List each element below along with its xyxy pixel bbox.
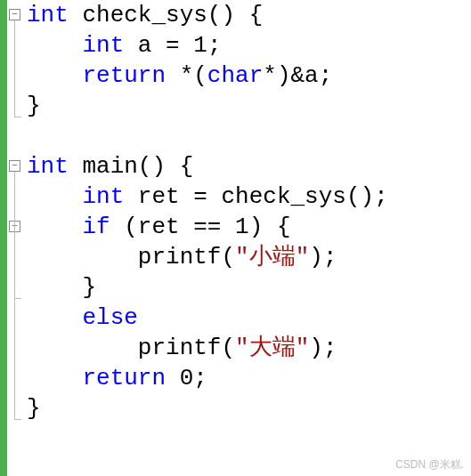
code-line[interactable]: return *(char*)&a; [27,61,471,91]
code-token: } [27,395,41,422]
code-token [27,244,138,270]
code-token [27,365,82,391]
code-token: ); [309,244,337,270]
code-token: char [207,62,263,89]
code-line[interactable]: int main() { [27,151,471,182]
code-token: } [27,274,96,301]
code-token [27,183,82,210]
code-line[interactable]: int check_sys() { [27,0,471,30]
code-line[interactable]: printf("小端"); [27,242,471,272]
code-token: check_sys [221,183,345,210]
code-line[interactable]: } [27,272,471,303]
code-token: "小端" [235,244,309,270]
code-token: main [82,153,137,180]
change-marker-gutter [0,0,7,476]
code-line[interactable]: } [27,91,471,121]
code-token: () { [138,153,193,180]
code-line[interactable]: } [27,393,471,424]
code-token: 1 [193,32,207,59]
code-line[interactable]: if (ret == 1) { [27,212,471,242]
code-token: int [82,183,137,210]
code-line[interactable]: int a = 1; [27,30,471,61]
code-token: ) { [249,214,291,240]
code-token: (); [346,183,388,210]
code-token: ; [207,32,222,59]
code-token: "大端" [235,335,309,361]
code-token: *)&a; [263,62,332,89]
code-token: int [27,2,82,28]
code-line[interactable] [27,121,471,151]
fold-guide-line [14,20,15,117]
code-token: a [138,32,166,59]
fold-toggle-icon[interactable]: − [9,160,20,172]
code-token: printf [138,244,222,270]
code-token [27,304,82,331]
fold-guide-end [14,117,21,117]
code-token: } [27,93,41,119]
code-line[interactable]: printf("大端"); [27,333,471,363]
code-area[interactable]: int check_sys() { int a = 1; return *(ch… [25,0,471,476]
code-token [27,335,138,361]
code-token: ( [221,335,235,361]
code-token [27,62,82,89]
fold-toggle-icon[interactable]: − [9,9,20,20]
fold-guide-end [14,419,21,420]
code-token: (ret == [124,214,235,240]
code-token: check_sys [82,2,207,28]
code-line[interactable]: return 0; [27,363,471,393]
code-token: = [193,183,221,210]
code-token: ret [138,183,193,210]
code-token: *( [180,62,207,89]
code-token [27,214,82,240]
code-line[interactable]: else [27,303,471,333]
code-token: () { [207,2,263,28]
code-token: if [82,214,124,240]
code-token: int [27,153,82,180]
code-token: int [82,32,137,59]
fold-gutter: −−− [7,0,25,476]
code-token: return [82,62,179,89]
code-token: ( [221,244,235,270]
code-token: printf [138,335,222,361]
code-line[interactable]: int ret = check_sys(); [27,182,471,212]
code-token: ; [193,365,207,391]
code-editor: −−− int check_sys() { int a = 1; return … [0,0,471,476]
code-token: else [82,304,137,331]
fold-guide-line [14,232,15,298]
code-token: 0 [180,365,194,391]
fold-guide-end [14,298,21,299]
code-token: return [82,365,179,391]
code-token [27,32,82,59]
code-token: = [166,32,193,59]
code-token: 1 [235,214,249,240]
watermark-text: CSDN @米糕. [395,457,464,472]
code-token: ); [309,335,337,361]
